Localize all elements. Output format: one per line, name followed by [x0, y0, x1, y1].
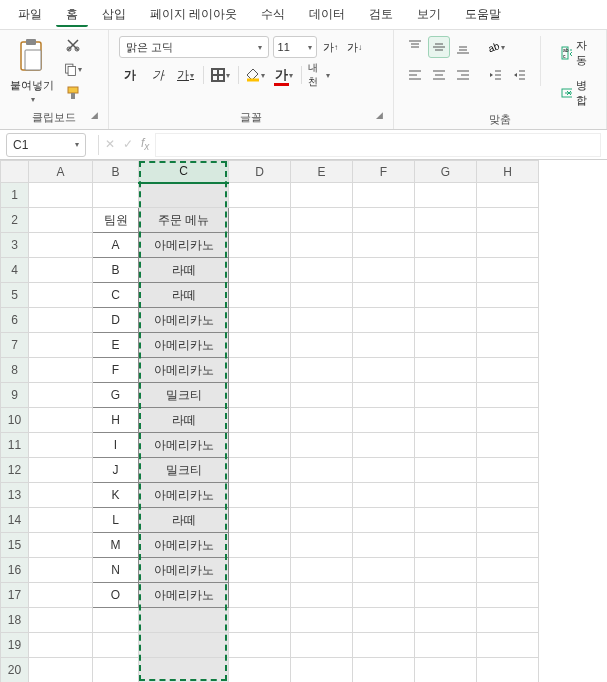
cell[interactable]: 라떼 — [139, 408, 229, 433]
cell[interactable] — [29, 633, 93, 658]
name-box[interactable]: C1 ▾ — [6, 133, 86, 157]
cell[interactable] — [291, 633, 353, 658]
cell[interactable] — [93, 183, 139, 208]
column-header-A[interactable]: A — [29, 161, 93, 183]
cell[interactable] — [229, 558, 291, 583]
cell[interactable] — [477, 458, 539, 483]
cell[interactable] — [477, 658, 539, 683]
column-header-E[interactable]: E — [291, 161, 353, 183]
font-size-select[interactable]: 11 ▾ — [273, 36, 317, 58]
cell[interactable] — [291, 308, 353, 333]
cell[interactable] — [353, 308, 415, 333]
cell[interactable] — [415, 658, 477, 683]
cell[interactable] — [291, 258, 353, 283]
cell[interactable] — [415, 433, 477, 458]
cell[interactable] — [477, 608, 539, 633]
cell[interactable] — [291, 458, 353, 483]
cell[interactable] — [29, 583, 93, 608]
menu-view[interactable]: 보기 — [407, 2, 451, 27]
cell[interactable] — [229, 258, 291, 283]
cell[interactable] — [291, 333, 353, 358]
column-header-F[interactable]: F — [353, 161, 415, 183]
borders-button[interactable]: ▾ — [210, 64, 232, 86]
cell[interactable] — [29, 208, 93, 233]
cell[interactable] — [139, 183, 229, 208]
cell[interactable]: N — [93, 558, 139, 583]
cell[interactable] — [29, 658, 93, 683]
cell[interactable]: 아메리카노 — [139, 308, 229, 333]
cell[interactable] — [229, 458, 291, 483]
cell[interactable]: 주문 메뉴 — [139, 208, 229, 233]
cell[interactable] — [29, 433, 93, 458]
align-right-button[interactable] — [452, 64, 474, 86]
cell[interactable] — [291, 608, 353, 633]
cell[interactable] — [29, 558, 93, 583]
paste-button[interactable]: 붙여넣기 ▾ — [10, 36, 54, 104]
cell[interactable] — [29, 383, 93, 408]
cell[interactable] — [229, 583, 291, 608]
font-name-select[interactable]: 맑은 고딕 ▾ — [119, 36, 269, 58]
cell[interactable] — [477, 483, 539, 508]
font-color-button[interactable]: 가▾ — [273, 64, 295, 86]
row-header[interactable]: 17 — [1, 583, 29, 608]
row-header[interactable]: 5 — [1, 283, 29, 308]
cell[interactable] — [29, 183, 93, 208]
underline-button[interactable]: 가▾ — [175, 64, 197, 86]
cell[interactable] — [477, 233, 539, 258]
column-header-G[interactable]: G — [415, 161, 477, 183]
cell[interactable] — [353, 208, 415, 233]
cell[interactable] — [353, 608, 415, 633]
column-header-D[interactable]: D — [229, 161, 291, 183]
orientation-button[interactable]: ab▾ — [484, 36, 506, 58]
cell[interactable] — [353, 283, 415, 308]
cell[interactable] — [29, 608, 93, 633]
cell[interactable] — [229, 633, 291, 658]
cell[interactable] — [477, 333, 539, 358]
cell[interactable]: 라떼 — [139, 258, 229, 283]
row-header[interactable]: 8 — [1, 358, 29, 383]
menu-insert[interactable]: 삽입 — [92, 2, 136, 27]
cell[interactable]: C — [93, 283, 139, 308]
cell[interactable] — [29, 233, 93, 258]
cell[interactable]: 아메리카노 — [139, 433, 229, 458]
row-header[interactable]: 2 — [1, 208, 29, 233]
cell[interactable]: 라떼 — [139, 283, 229, 308]
cell[interactable] — [291, 658, 353, 683]
cell[interactable] — [353, 583, 415, 608]
cell[interactable] — [29, 358, 93, 383]
cell[interactable] — [353, 408, 415, 433]
cell[interactable] — [229, 383, 291, 408]
row-header[interactable]: 13 — [1, 483, 29, 508]
row-header[interactable]: 14 — [1, 508, 29, 533]
select-all-corner[interactable] — [1, 161, 29, 183]
cell[interactable] — [29, 283, 93, 308]
cell[interactable] — [291, 358, 353, 383]
row-header[interactable]: 1 — [1, 183, 29, 208]
menu-review[interactable]: 검토 — [359, 2, 403, 27]
cell[interactable]: 아메리카노 — [139, 333, 229, 358]
cell[interactable]: H — [93, 408, 139, 433]
cell[interactable] — [229, 208, 291, 233]
cell[interactable] — [415, 608, 477, 633]
row-header[interactable]: 18 — [1, 608, 29, 633]
cell[interactable] — [29, 408, 93, 433]
cell[interactable] — [93, 633, 139, 658]
cell[interactable]: B — [93, 258, 139, 283]
cell[interactable]: 밀크티 — [139, 383, 229, 408]
cell[interactable] — [415, 483, 477, 508]
cell[interactable] — [291, 383, 353, 408]
row-header[interactable]: 11 — [1, 433, 29, 458]
cell[interactable] — [229, 658, 291, 683]
cell[interactable] — [353, 458, 415, 483]
align-bottom-button[interactable] — [452, 36, 474, 58]
cell[interactable] — [29, 308, 93, 333]
row-header[interactable]: 10 — [1, 408, 29, 433]
row-header[interactable]: 4 — [1, 258, 29, 283]
cell[interactable] — [229, 233, 291, 258]
cell[interactable] — [29, 533, 93, 558]
cell[interactable] — [477, 383, 539, 408]
cell[interactable] — [353, 558, 415, 583]
cell[interactable] — [291, 483, 353, 508]
menu-page-layout[interactable]: 페이지 레이아웃 — [140, 2, 247, 27]
cell[interactable] — [291, 208, 353, 233]
